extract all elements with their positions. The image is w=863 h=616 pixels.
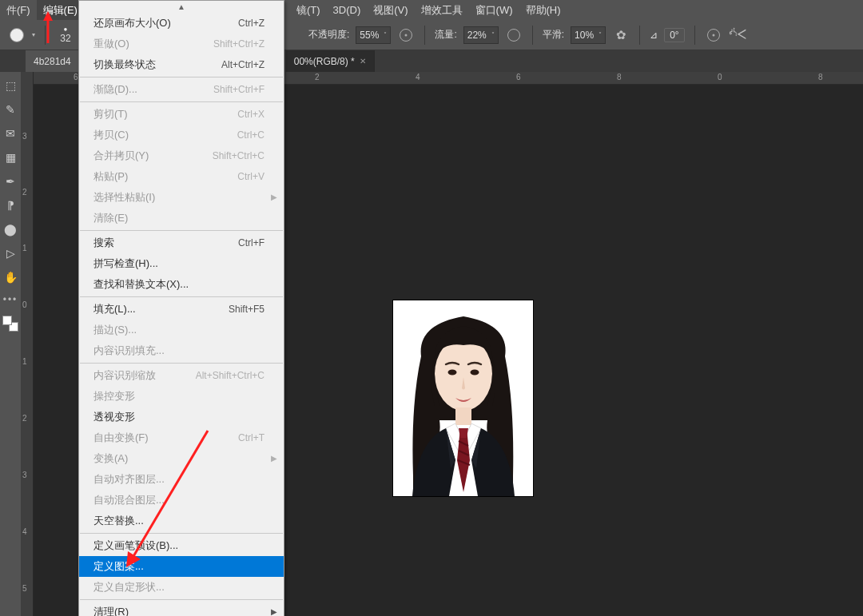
menu-item[interactable]: 搜索Ctrl+F bbox=[79, 232, 284, 253]
menu-item-label: 自动混合图层... bbox=[93, 493, 165, 507]
menu-item[interactable]: 透视变形 bbox=[79, 407, 284, 427]
tool-drop[interactable]: ⬤ bbox=[2, 221, 19, 238]
menu-item[interactable]: 定义画笔预设(B)... bbox=[79, 535, 284, 556]
menu-item-label: 描边(S)... bbox=[93, 323, 137, 337]
menu-item-shortcut: Ctrl+C bbox=[237, 128, 264, 142]
menu-item-label: 变换(A) bbox=[93, 451, 128, 466]
hruler-mark: 6 bbox=[74, 73, 78, 81]
hruler-mark: 8 bbox=[617, 73, 622, 81]
menu-item-label: 操控变形 bbox=[93, 389, 135, 403]
tool-marquee[interactable]: ⬚ bbox=[2, 77, 19, 94]
menu-item: 剪切(T)Ctrl+X bbox=[79, 104, 284, 125]
menu-item[interactable]: 查找和替换文本(X)... bbox=[79, 274, 284, 295]
menu-item[interactable]: 填充(L)...Shift+F5 bbox=[79, 299, 284, 320]
menu-item[interactable]: 拼写检查(H)... bbox=[79, 253, 284, 274]
menu-item: 内容识别缩放Alt+Shift+Ctrl+C bbox=[79, 365, 284, 386]
tool-dropper[interactable]: ⁋ bbox=[2, 197, 19, 214]
menu-item[interactable]: 还原画布大小(O)Ctrl+Z bbox=[79, 13, 284, 34]
menu-filter[interactable]: 镜(T) bbox=[290, 0, 327, 20]
angle-field[interactable]: 0° bbox=[664, 28, 684, 42]
smoothing-gear-icon[interactable]: ✿ bbox=[612, 26, 630, 44]
menu-item-shortcut: Ctrl+Z bbox=[238, 16, 264, 30]
tab-0[interactable]: 4b281d4 bbox=[26, 50, 80, 72]
menu-plugins[interactable]: 增效工具 bbox=[415, 0, 469, 20]
menu-edit[interactable]: 编辑(E) bbox=[37, 0, 84, 20]
menu-view[interactable]: 视图(V) bbox=[367, 0, 414, 20]
tool-mail[interactable]: ✉ bbox=[2, 125, 19, 142]
menu-item[interactable]: 天空替换... bbox=[79, 511, 284, 531]
close-icon[interactable]: ✕ bbox=[360, 57, 366, 66]
hruler-mark: 2 bbox=[315, 73, 320, 81]
hruler-mark: 0 bbox=[718, 73, 722, 81]
color-swatches[interactable] bbox=[2, 315, 19, 332]
tool-brush-icon[interactable] bbox=[8, 26, 26, 44]
menu-window[interactable]: 窗口(W) bbox=[469, 0, 519, 20]
menu-separator bbox=[80, 599, 283, 600]
edit-dropdown: ▲ 还原画布大小(O)Ctrl+Z重做(O)Shift+Ctrl+Z切换最终状态… bbox=[78, 0, 284, 616]
menu-item: 自动对齐图层... bbox=[79, 469, 284, 490]
menu-item: 选择性粘贴(I)▶ bbox=[79, 187, 284, 208]
menu-item-label: 透视变形 bbox=[93, 410, 135, 424]
menu-item-label: 还原画布大小(O) bbox=[93, 16, 171, 30]
menu-item-shortcut: Ctrl+T bbox=[238, 431, 264, 445]
menu-item-shortcut: Shift+F5 bbox=[229, 302, 264, 316]
menu-help[interactable]: 帮助(H) bbox=[519, 0, 567, 20]
angle-icon: ⊿ bbox=[650, 30, 658, 41]
smoothing-label: 平滑: bbox=[543, 28, 564, 42]
flow-field[interactable]: 22%˅ bbox=[463, 26, 499, 44]
pressure-size-icon[interactable] bbox=[705, 26, 722, 44]
menu-separator bbox=[80, 230, 283, 231]
menu-item: 操控变形 bbox=[79, 386, 284, 407]
opacity-label: 不透明度: bbox=[308, 28, 349, 42]
menu-scroll-up-icon[interactable]: ▲ bbox=[79, 1, 284, 13]
menu-item: 描边(S)... bbox=[79, 320, 284, 340]
menu-item-label: 切换最终状态 bbox=[93, 58, 156, 72]
menu-separator bbox=[80, 363, 283, 364]
menu-item-label: 查找和替换文本(X)... bbox=[93, 277, 189, 292]
menu-item: 清除(E) bbox=[79, 208, 284, 229]
menu-item[interactable]: 切换最终状态Alt+Ctrl+Z bbox=[79, 54, 284, 75]
menu-item-label: 内容识别缩放 bbox=[93, 368, 156, 383]
tool-rect[interactable]: ▦ bbox=[2, 149, 19, 166]
menu-item-label: 选择性粘贴(I) bbox=[93, 190, 155, 205]
airbrush-icon[interactable] bbox=[505, 26, 523, 44]
menu-item: 粘贴(P)Ctrl+V bbox=[79, 166, 284, 187]
smoothing-field[interactable]: 10%˅ bbox=[571, 26, 606, 44]
menu-item-label: 搜索 bbox=[93, 236, 114, 250]
opacity-pressure-icon[interactable] bbox=[397, 26, 415, 44]
submenu-arrow-icon: ▶ bbox=[271, 451, 277, 466]
opacity-field[interactable]: 55%˅ bbox=[356, 26, 391, 44]
menu-item-label: 定义画笔预设(B)... bbox=[93, 539, 178, 553]
submenu-arrow-icon: ▶ bbox=[271, 190, 277, 205]
menu-item-shortcut: Shift+Ctrl+Z bbox=[213, 37, 264, 51]
brush-size[interactable]: 32 bbox=[55, 33, 76, 44]
document-image bbox=[393, 300, 533, 496]
tool-hand[interactable]: ✋ bbox=[2, 268, 19, 286]
tool-pen[interactable]: ✒ bbox=[2, 173, 19, 190]
menu-file[interactable]: 件(F) bbox=[0, 0, 37, 20]
menu-item-label: 清理(R) bbox=[93, 605, 129, 616]
hruler-mark: 8 bbox=[818, 73, 823, 81]
svg-point-3 bbox=[471, 370, 479, 376]
menu-item-label: 自由变换(F) bbox=[93, 431, 149, 445]
vruler-mark: 5 bbox=[22, 584, 27, 593]
menu-3d[interactable]: 3D(D) bbox=[327, 0, 368, 20]
menu-item-label: 内容识别填充... bbox=[93, 344, 165, 358]
menu-item-label: 拼写检查(H)... bbox=[93, 256, 158, 271]
menu-item[interactable]: 定义图案... bbox=[79, 556, 284, 577]
tool-pointer[interactable]: ▷ bbox=[2, 244, 19, 262]
vruler-mark: 4 bbox=[22, 527, 27, 536]
toolbox-more[interactable]: ••• bbox=[3, 294, 18, 305]
menu-item-label: 拷贝(C) bbox=[93, 128, 129, 142]
menu-item-label: 渐隐(D)... bbox=[93, 82, 137, 97]
vruler-mark: 1 bbox=[22, 244, 27, 252]
symmetry-icon[interactable]: ᔊᔌ bbox=[729, 26, 746, 44]
menu-item[interactable]: 清理(R)▶ bbox=[79, 602, 284, 616]
vruler-mark: 0 bbox=[22, 300, 27, 309]
svg-point-1 bbox=[435, 337, 492, 411]
menu-item: 自动混合图层... bbox=[79, 490, 284, 511]
tool-brush[interactable]: ✎ bbox=[2, 101, 19, 118]
menu-item: 自由变换(F)Ctrl+T bbox=[79, 427, 284, 448]
menu-separator bbox=[80, 296, 283, 297]
tab-1[interactable]: 00%(RGB/8) *✕ bbox=[286, 50, 375, 72]
